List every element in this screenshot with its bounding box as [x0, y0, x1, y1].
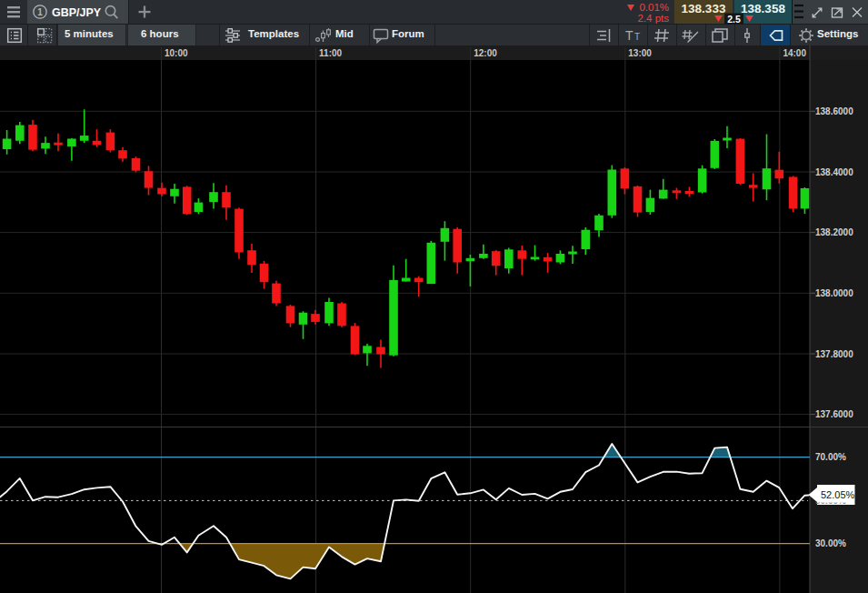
svg-text:52.05%: 52.05% [821, 489, 855, 500]
svg-text:T: T [634, 32, 640, 42]
svg-text:T: T [625, 28, 634, 43]
svg-text:1: 1 [37, 7, 43, 17]
svg-text:14:00: 14:00 [783, 48, 806, 58]
svg-text:30.00%: 30.00% [815, 538, 846, 548]
svg-text:2.5: 2.5 [727, 14, 741, 25]
svg-text:13:00: 13:00 [628, 48, 652, 58]
svg-text:138.0000: 138.0000 [815, 288, 853, 298]
svg-text:10:00: 10:00 [165, 48, 188, 58]
svg-text:12:00: 12:00 [474, 48, 497, 58]
svg-text:137.8000: 137.8000 [815, 349, 853, 359]
svg-text:0.01%: 0.01% [639, 2, 669, 13]
svg-text:138.6000: 138.6000 [815, 106, 853, 116]
svg-text:138.2000: 138.2000 [815, 227, 853, 237]
svg-text:GBP/JPY: GBP/JPY [52, 6, 102, 19]
svg-text:11:00: 11:00 [319, 48, 342, 58]
svg-text:2.4 pts: 2.4 pts [637, 13, 669, 24]
svg-text:138.4000: 138.4000 [815, 167, 853, 177]
svg-text:70.00%: 70.00% [815, 452, 846, 462]
svg-text:137.6000: 137.6000 [815, 409, 853, 419]
